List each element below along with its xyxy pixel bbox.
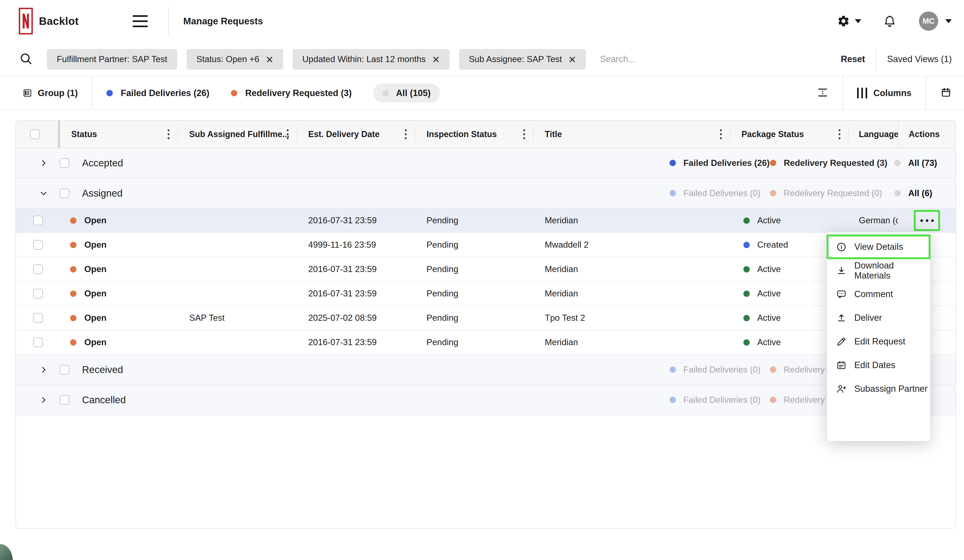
chevron-right-icon[interactable] xyxy=(39,396,48,404)
table-row[interactable]: Open SAP Test 2025-07-02 08:59 Pending T… xyxy=(16,306,956,330)
package-status-dot-icon xyxy=(743,242,750,248)
orange-dot-icon xyxy=(231,90,237,96)
group-label: Accepted xyxy=(82,157,123,169)
column-header-inspection[interactable]: Inspection Status xyxy=(415,121,533,148)
search-icon[interactable] xyxy=(19,52,33,67)
chevron-down-icon[interactable] xyxy=(39,189,48,198)
est-delivery-value: 2016-07-31 23:59 xyxy=(297,216,415,226)
menu-item-download-materials[interactable]: Download Materials xyxy=(827,259,930,282)
filter-chip-sub-assignee[interactable]: Sub Assignee: SAP Test × xyxy=(459,49,586,70)
all-filter-pill[interactable]: All (105) xyxy=(373,84,440,102)
settings-gear-icon[interactable] xyxy=(837,15,850,28)
calendar-icon[interactable] xyxy=(940,87,952,99)
group-checkbox[interactable] xyxy=(60,158,69,168)
table-header-row: Status Sub Assigned Fulfillme... Est. De… xyxy=(16,121,956,148)
inspection-value: Pending xyxy=(415,240,534,250)
notifications-bell-icon[interactable] xyxy=(883,14,897,28)
filter-chip-updated-within[interactable]: Updated Within: Last 12 months × xyxy=(293,49,449,70)
kebab-menu-icon[interactable] xyxy=(523,129,525,139)
select-all-checkbox[interactable] xyxy=(30,129,40,139)
column-label: Package Status xyxy=(741,129,804,139)
hamburger-menu-icon[interactable] xyxy=(133,15,148,27)
group-checkbox[interactable] xyxy=(60,365,69,375)
app-header: Backlot Manage Requests MC xyxy=(0,0,964,42)
filter-chip-fulfillment-partner[interactable]: Fulfillment Partner: SAP Test xyxy=(47,49,177,70)
pencil-icon xyxy=(836,336,847,347)
table-row[interactable]: Open 2016-07-31 23:59 Pending Meridian A… xyxy=(16,330,956,355)
avatar-caret-icon[interactable] xyxy=(945,19,952,23)
avatar[interactable]: MC xyxy=(919,11,938,31)
group-checkbox[interactable] xyxy=(60,188,69,198)
table-row[interactable]: Open 2016-07-31 23:59 Pending Meridian A… xyxy=(16,257,956,282)
row-checkbox[interactable] xyxy=(33,216,43,226)
column-label: Title xyxy=(545,129,562,139)
column-label: Status xyxy=(71,129,97,139)
table-row[interactable]: Open 2016-07-31 23:59 Pending Meridian A… xyxy=(16,282,956,306)
saved-views-button[interactable]: Saved Views (1) xyxy=(887,54,952,64)
redelivery-requested-filter[interactable]: Redelivery Requested (3) xyxy=(231,88,352,98)
group-row-received[interactable]: Received Failed Deliveries (0) Redeliver… xyxy=(16,355,956,385)
package-status-value: Active xyxy=(757,313,781,323)
row-checkbox[interactable] xyxy=(33,240,43,250)
close-icon[interactable]: × xyxy=(266,53,274,66)
menu-item-edit-dates[interactable]: Edit Dates xyxy=(827,353,930,377)
group-row-accepted[interactable]: Accepted Failed Deliveries (26) Redelive… xyxy=(16,148,956,178)
row-checkbox[interactable] xyxy=(33,313,43,323)
column-header-est-delivery[interactable]: Est. Delivery Date xyxy=(297,121,415,148)
settings-caret-icon[interactable] xyxy=(855,19,861,23)
row-checkbox[interactable] xyxy=(33,264,43,274)
menu-item-edit-request[interactable]: Edit Request xyxy=(827,330,930,353)
group-list-icon xyxy=(22,88,33,98)
language-value: German (c xyxy=(849,216,898,226)
kebab-menu-icon[interactable] xyxy=(287,129,288,139)
close-icon[interactable]: × xyxy=(568,53,576,66)
failed-deliveries-filter[interactable]: Failed Deliveries (26) xyxy=(106,88,209,98)
filter-chip-status[interactable]: Status: Open +6 × xyxy=(187,49,283,70)
status-value: Open xyxy=(85,264,107,274)
row-actions-context-menu: View Details Download Materials Comment … xyxy=(827,232,930,441)
column-header-package-status[interactable]: Package Status xyxy=(730,121,849,148)
search-input[interactable]: Search... xyxy=(600,54,635,64)
table-row[interactable]: Open 2016-07-31 23:59 Pending Meridian A… xyxy=(16,209,956,233)
status-value: Open xyxy=(85,289,107,299)
menu-item-label: Edit Dates xyxy=(854,360,895,370)
columns-icon xyxy=(857,88,867,98)
row-actions-button[interactable] xyxy=(914,210,940,231)
requests-table: Status Sub Assigned Fulfillme... Est. De… xyxy=(15,120,956,529)
column-header-language[interactable]: Language xyxy=(849,121,898,148)
chevron-right-icon[interactable] xyxy=(39,365,48,374)
failed-deliveries-label: Failed Deliveries (26) xyxy=(121,88,209,98)
group-row-assigned[interactable]: Assigned Failed Deliveries (0) Redeliver… xyxy=(16,178,956,209)
chevron-right-icon[interactable] xyxy=(39,159,48,167)
package-status-dot-icon xyxy=(743,218,750,224)
menu-item-deliver[interactable]: Deliver xyxy=(827,306,930,330)
menu-item-view-details[interactable]: View Details xyxy=(827,235,930,259)
columns-button[interactable]: Columns xyxy=(857,88,912,98)
kebab-menu-icon[interactable] xyxy=(720,129,722,139)
close-icon[interactable]: × xyxy=(432,53,440,66)
menu-item-subassign-partner[interactable]: Subassign Partner xyxy=(827,377,930,401)
kebab-menu-icon[interactable] xyxy=(405,129,407,139)
inspection-value: Pending xyxy=(415,264,534,274)
column-header-status[interactable]: Status xyxy=(60,121,178,148)
group-checkbox[interactable] xyxy=(60,395,69,405)
kebab-menu-icon[interactable] xyxy=(168,129,169,139)
package-status-value: Active xyxy=(757,216,781,226)
row-height-icon[interactable] xyxy=(817,87,829,99)
est-delivery-value: 2016-07-31 23:59 xyxy=(297,289,415,299)
row-checkbox[interactable] xyxy=(33,289,43,299)
chip-label: Updated Within: Last 12 months xyxy=(303,54,426,64)
column-header-title[interactable]: Title xyxy=(534,121,730,148)
divider xyxy=(925,76,926,109)
menu-item-comment[interactable]: Comment xyxy=(827,282,930,306)
column-resize-handle[interactable] xyxy=(58,121,60,148)
status-value: Open xyxy=(85,216,107,226)
group-button[interactable]: Group (1) xyxy=(22,88,78,98)
reset-button[interactable]: Reset xyxy=(841,54,865,64)
group-row-cancelled[interactable]: Cancelled Failed Deliveries (0) Redelive… xyxy=(16,385,956,415)
row-checkbox[interactable] xyxy=(33,338,43,347)
table-row[interactable]: Open 4999-11-16 23:59 Pending Mwaddell 2… xyxy=(16,233,956,257)
column-header-sub-assigned[interactable]: Sub Assigned Fulfillme... xyxy=(178,121,297,148)
status-dot-icon xyxy=(70,339,77,346)
kebab-menu-icon[interactable] xyxy=(839,129,840,139)
